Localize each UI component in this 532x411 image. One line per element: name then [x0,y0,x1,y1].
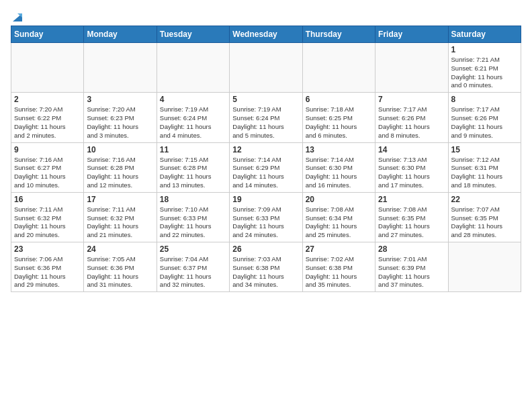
day-info: Sunrise: 7:02 AM Sunset: 6:38 PM Dayligh… [306,255,372,289]
day-info: Sunrise: 7:18 AM Sunset: 6:25 PM Dayligh… [306,105,372,140]
day-cell: 27Sunrise: 7:02 AM Sunset: 6:38 PM Dayli… [302,242,375,292]
day-cell: 15Sunrise: 7:12 AM Sunset: 6:31 PM Dayli… [448,142,521,192]
col-header-friday: Friday [375,26,448,43]
day-cell [375,43,448,93]
day-cell: 4Sunrise: 7:19 AM Sunset: 6:24 PM Daylig… [157,93,229,142]
day-info: Sunrise: 7:19 AM Sunset: 6:24 PM Dayligh… [160,105,226,140]
day-cell: 24Sunrise: 7:05 AM Sunset: 6:36 PM Dayli… [84,242,157,292]
day-cell [302,43,375,93]
day-cell: 9Sunrise: 7:16 AM Sunset: 6:27 PM Daylig… [11,142,84,192]
day-info: Sunrise: 7:01 AM Sunset: 6:39 PM Dayligh… [378,255,445,289]
day-info: Sunrise: 7:12 AM Sunset: 6:31 PM Dayligh… [451,156,518,190]
day-number: 12 [232,145,299,154]
day-info: Sunrise: 7:11 AM Sunset: 6:32 PM Dayligh… [14,205,81,240]
day-info: Sunrise: 7:19 AM Sunset: 6:24 PM Dayligh… [232,105,299,140]
day-cell: 3Sunrise: 7:20 AM Sunset: 6:23 PM Daylig… [84,93,157,142]
day-info: Sunrise: 7:20 AM Sunset: 6:22 PM Dayligh… [14,105,81,140]
day-cell: 11Sunrise: 7:15 AM Sunset: 6:28 PM Dayli… [157,142,229,192]
day-cell: 26Sunrise: 7:03 AM Sunset: 6:38 PM Dayli… [230,242,302,292]
day-info: Sunrise: 7:11 AM Sunset: 6:32 PM Dayligh… [87,205,153,240]
day-cell [157,43,229,93]
day-info: Sunrise: 7:13 AM Sunset: 6:30 PM Dayligh… [378,156,445,190]
day-number: 8 [451,95,518,104]
day-cell: 23Sunrise: 7:06 AM Sunset: 6:36 PM Dayli… [11,242,84,292]
day-cell: 12Sunrise: 7:14 AM Sunset: 6:29 PM Dayli… [230,142,302,192]
day-number: 2 [14,95,81,104]
day-cell: 1Sunrise: 7:21 AM Sunset: 6:21 PM Daylig… [448,43,521,93]
day-info: Sunrise: 7:04 AM Sunset: 6:37 PM Dayligh… [160,255,226,289]
logo-icon [11,11,24,23]
day-number: 10 [87,145,153,154]
day-info: Sunrise: 7:14 AM Sunset: 6:29 PM Dayligh… [232,156,299,190]
page-header [11,11,521,20]
col-header-saturday: Saturday [448,26,521,43]
day-info: Sunrise: 7:17 AM Sunset: 6:26 PM Dayligh… [378,105,445,140]
day-number: 20 [306,195,372,204]
day-number: 24 [87,244,153,254]
day-cell: 2Sunrise: 7:20 AM Sunset: 6:22 PM Daylig… [11,93,84,142]
day-cell: 25Sunrise: 7:04 AM Sunset: 6:37 PM Dayli… [157,242,229,292]
day-info: Sunrise: 7:10 AM Sunset: 6:33 PM Dayligh… [160,205,226,240]
day-number: 9 [14,145,81,154]
day-number: 1 [451,45,518,54]
day-number: 15 [451,145,518,154]
day-number: 11 [160,145,226,154]
day-info: Sunrise: 7:08 AM Sunset: 6:34 PM Dayligh… [306,205,372,240]
day-cell: 17Sunrise: 7:11 AM Sunset: 6:32 PM Dayli… [84,192,157,242]
col-header-tuesday: Tuesday [157,26,229,43]
day-info: Sunrise: 7:21 AM Sunset: 6:21 PM Dayligh… [451,56,518,90]
day-cell: 19Sunrise: 7:09 AM Sunset: 6:33 PM Dayli… [230,192,302,242]
day-info: Sunrise: 7:05 AM Sunset: 6:36 PM Dayligh… [87,255,153,289]
logo [11,11,24,20]
day-number: 14 [378,145,445,154]
day-number: 4 [160,95,226,104]
day-cell [84,43,157,93]
day-info: Sunrise: 7:15 AM Sunset: 6:28 PM Dayligh… [160,156,226,190]
col-header-monday: Monday [84,26,157,43]
day-info: Sunrise: 7:03 AM Sunset: 6:38 PM Dayligh… [232,255,299,289]
day-cell [448,242,521,292]
day-cell: 13Sunrise: 7:14 AM Sunset: 6:30 PM Dayli… [302,142,375,192]
day-cell: 14Sunrise: 7:13 AM Sunset: 6:30 PM Dayli… [375,142,448,192]
day-info: Sunrise: 7:07 AM Sunset: 6:35 PM Dayligh… [451,205,518,240]
day-number: 21 [378,195,445,204]
day-cell: 7Sunrise: 7:17 AM Sunset: 6:26 PM Daylig… [375,93,448,142]
week-row-4: 16Sunrise: 7:11 AM Sunset: 6:32 PM Dayli… [11,192,521,242]
day-cell: 18Sunrise: 7:10 AM Sunset: 6:33 PM Dayli… [157,192,229,242]
day-number: 22 [451,195,518,204]
day-number: 18 [160,195,226,204]
day-info: Sunrise: 7:16 AM Sunset: 6:28 PM Dayligh… [87,156,153,190]
day-number: 28 [378,244,445,254]
day-cell: 28Sunrise: 7:01 AM Sunset: 6:39 PM Dayli… [375,242,448,292]
day-number: 26 [232,244,299,254]
day-cell: 10Sunrise: 7:16 AM Sunset: 6:28 PM Dayli… [84,142,157,192]
calendar-table: SundayMondayTuesdayWednesdayThursdayFrid… [11,26,521,292]
day-number: 25 [160,244,226,254]
day-info: Sunrise: 7:06 AM Sunset: 6:36 PM Dayligh… [14,255,81,289]
week-row-5: 23Sunrise: 7:06 AM Sunset: 6:36 PM Dayli… [11,242,521,292]
day-cell: 8Sunrise: 7:17 AM Sunset: 6:26 PM Daylig… [448,93,521,142]
day-info: Sunrise: 7:20 AM Sunset: 6:23 PM Dayligh… [87,105,153,140]
day-info: Sunrise: 7:16 AM Sunset: 6:27 PM Dayligh… [14,156,81,190]
day-cell: 5Sunrise: 7:19 AM Sunset: 6:24 PM Daylig… [230,93,302,142]
day-number: 5 [232,95,299,104]
day-number: 17 [87,195,153,204]
day-number: 16 [14,195,81,204]
day-number: 27 [306,244,372,254]
day-info: Sunrise: 7:14 AM Sunset: 6:30 PM Dayligh… [306,156,372,190]
day-info: Sunrise: 7:17 AM Sunset: 6:26 PM Dayligh… [451,105,518,140]
col-header-thursday: Thursday [302,26,375,43]
week-row-1: 1Sunrise: 7:21 AM Sunset: 6:21 PM Daylig… [11,43,521,93]
day-cell: 6Sunrise: 7:18 AM Sunset: 6:25 PM Daylig… [302,93,375,142]
day-cell: 22Sunrise: 7:07 AM Sunset: 6:35 PM Dayli… [448,192,521,242]
week-row-3: 9Sunrise: 7:16 AM Sunset: 6:27 PM Daylig… [11,142,521,192]
day-number: 7 [378,95,445,104]
day-number: 13 [306,145,372,154]
week-row-2: 2Sunrise: 7:20 AM Sunset: 6:22 PM Daylig… [11,93,521,142]
col-header-wednesday: Wednesday [230,26,302,43]
day-info: Sunrise: 7:08 AM Sunset: 6:35 PM Dayligh… [378,205,445,240]
day-cell [11,43,84,93]
day-cell [230,43,302,93]
day-number: 3 [87,95,153,104]
day-info: Sunrise: 7:09 AM Sunset: 6:33 PM Dayligh… [232,205,299,240]
